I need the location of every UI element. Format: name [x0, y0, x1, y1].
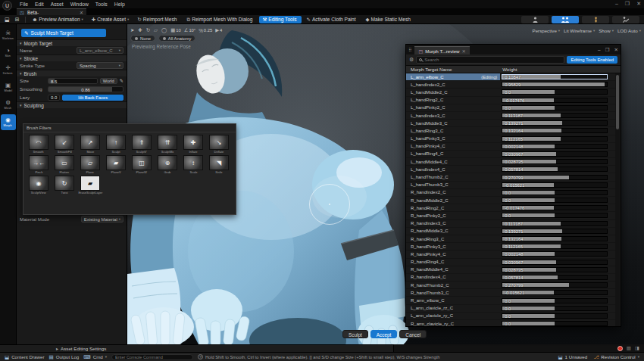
table-row[interactable]: L_handThumb2_C(Editing) 0.270799	[406, 173, 615, 181]
brush-tool[interactable]: ▰ PlaneV	[104, 155, 128, 174]
section-morph-target[interactable]: ▾Morph Target	[17, 39, 127, 46]
weight-slider[interactable]: 0.139271	[502, 120, 608, 126]
weight-slider[interactable]: -0.015621	[502, 290, 608, 295]
table-row[interactable]: L_handPinky3_C(Editing) 0.112165	[406, 135, 615, 143]
mode-rail-item[interactable]: ✛ Deform	[1, 62, 16, 78]
table-row[interactable]: R_handPinky2_C(Editing) 0.0	[406, 212, 615, 219]
brush-tool[interactable]: ✚ Inflate	[181, 135, 205, 154]
morph-preview-tab[interactable]: ◳ Morph T...review ✕	[414, 46, 469, 54]
toolbar-button[interactable]: ⧉ Reimport Mesh With Dialog	[184, 16, 258, 23]
table-row[interactable]: R_handThumb2_C(Editing) 0.270799	[406, 282, 615, 289]
table-row[interactable]: R_handRing3_C(Editing) 0.132164	[406, 235, 615, 243]
menu-item[interactable]: Window	[70, 2, 89, 7]
weight-slider[interactable]: 0.95829	[502, 82, 608, 87]
brush-tool[interactable]: ▰ EraseSculptLayer	[78, 176, 102, 195]
lazy-value[interactable]: 0.0	[48, 95, 60, 101]
window-control-button[interactable]: ✕	[614, 47, 618, 53]
section-sculpting[interactable]: ▾Sculpting	[17, 101, 127, 108]
viewport-tool-button[interactable]: ▱	[154, 27, 158, 33]
weight-slider[interactable]: 0.112165	[502, 244, 608, 249]
table-row[interactable]: L_handThumb3_C(Editing) -0.015621	[406, 182, 615, 189]
anatomy-filter-pill[interactable]: All Anatomy	[158, 35, 196, 42]
weight-slider[interactable]: 0.057814	[502, 166, 608, 172]
mode-rail-item[interactable]: ▣ Model	[1, 79, 16, 95]
brush-tool[interactable]: ◫ PlaneW	[130, 155, 154, 174]
viewport-tool-button[interactable]: ▦10	[170, 27, 181, 33]
toolbar-button[interactable]: ◆ Make Static Mesh	[363, 16, 415, 23]
weight-slider[interactable]: 0.030967	[502, 260, 608, 265]
table-row[interactable]: L_handRing3_C(Editing) 0.132164	[406, 127, 615, 135]
table-row[interactable]: L_handRing4_C(Editing) 0.030967	[406, 151, 615, 158]
preview-animation-button[interactable]	[612, 16, 639, 23]
weight-slider[interactable]: 0.028735	[502, 267, 608, 272]
weight-slider[interactable]: 0.10847	[502, 74, 608, 79]
weight-slider[interactable]: 0.0	[502, 313, 608, 319]
unsaved-indicator[interactable]: ⬓1 Unsaved	[558, 354, 587, 360]
brush-tool[interactable]: ↙ SmoothFill	[52, 135, 77, 154]
table-row[interactable]: R_handIndex4_C(Editing) 0.057814	[406, 274, 615, 282]
brush-tool[interactable]: ◥ Knife	[207, 155, 231, 174]
brush-tool[interactable]: ↑ Sculpt	[104, 135, 128, 154]
viewport-settings-menu[interactable]: Show▾	[599, 28, 614, 33]
weight-slider[interactable]: 0.030967	[502, 151, 608, 157]
section-stroke[interactable]: ▾Stroke	[17, 54, 127, 61]
cancel-button[interactable]: Cancel	[399, 330, 427, 338]
weight-slider[interactable]: 0.0	[502, 89, 608, 95]
search-input[interactable]	[424, 58, 561, 62]
dock-icon[interactable]: ⠿	[408, 47, 411, 52]
weight-slider[interactable]: 0.002148	[502, 251, 608, 257]
scrollbar[interactable]	[615, 73, 620, 326]
anatomy-filter-pill[interactable]: None	[130, 35, 155, 42]
preview-characters-button[interactable]	[552, 16, 579, 23]
menu-item[interactable]: Asset	[51, 2, 64, 7]
cmd-dropdown[interactable]: ⌨Cmd▾	[83, 354, 107, 360]
table-row[interactable]: R_arm_elbow_C(Editing) 0.0	[406, 297, 615, 304]
table-row[interactable]: L_handIndex2_C(Editing) 0.95829	[406, 81, 615, 89]
table-row[interactable]: L_handIndex4_C(Editing) 0.057814	[406, 166, 615, 173]
viewport-settings-menu[interactable]: LOD Auto▾	[617, 28, 641, 33]
viewport-tool-button[interactable]: %0.25	[199, 28, 212, 33]
weight-slider[interactable]: 0.002148	[502, 144, 608, 149]
weight-slider[interactable]: 0.139271	[502, 229, 608, 234]
close-tab-icon[interactable]: ✕	[80, 10, 83, 15]
toolbar-button[interactable]: ⚒ Editing Tools	[259, 16, 301, 23]
window-control-button[interactable]: ✕	[636, 1, 641, 7]
weight-slider[interactable]: 0.0	[502, 198, 608, 203]
weight-slider[interactable]: 0.0	[502, 213, 608, 218]
table-row[interactable]: R_handPinky4_C(Editing) 0.002148	[406, 251, 615, 258]
viewport-tool-button[interactable]: ➤	[130, 27, 135, 33]
accept-button[interactable]: Accept	[370, 330, 398, 338]
viewport-tool-button[interactable]: ◯	[161, 27, 167, 33]
table-row[interactable]: R_handRing2_C(Editing) -0.017476	[406, 204, 615, 212]
revision-control-button[interactable]: ⎇Revision Control▾	[593, 354, 639, 359]
table-row[interactable]: L_handIndex3_C(Editing) 0.113187	[406, 112, 615, 120]
table-row[interactable]: R_handIndex2_C(Editing) 0.0	[406, 189, 615, 197]
weight-slider[interactable]: 0.057814	[502, 275, 608, 280]
table-row[interactable]: L_handRing2_C(Editing) -0.017476	[406, 97, 615, 104]
browse-icon[interactable]: ⊞	[15, 17, 20, 23]
table-row[interactable]: L_handMiddle3_C(Editing) 0.139271	[406, 120, 615, 127]
weight-slider[interactable]: 0.270799	[502, 175, 608, 180]
table-header[interactable]: Morph Target Name Weight	[406, 65, 621, 73]
table-row[interactable]: L_handPinky4_C(Editing) 0.002148	[406, 143, 615, 151]
console-command-input[interactable]	[111, 354, 193, 360]
mode-rail-item[interactable]: ⚙ Mesh	[1, 97, 16, 113]
weight-slider[interactable]: 0.113187	[502, 221, 608, 226]
weight-slider[interactable]: 0.270799	[502, 282, 608, 288]
table-row[interactable]: R_handMiddle2_C(Editing) 0.0	[406, 197, 615, 204]
notification-icon[interactable]: ▥	[627, 345, 631, 351]
table-row[interactable]: L_handMiddle2_C(Editing) 0.0	[406, 89, 615, 96]
alert-dot-icon[interactable]	[617, 346, 623, 351]
output-log-button[interactable]: ▤Output Log	[49, 354, 80, 360]
table-row[interactable]: L_arm_clavicle_rz_C(Editing) 0.0	[406, 305, 615, 313]
weight-slider[interactable]: -0.017476	[502, 98, 608, 103]
table-row[interactable]: R_arm_clavicle_ry_C(Editing) 0.0	[406, 320, 615, 326]
sculpt-button[interactable]: Sculpt	[342, 330, 368, 338]
weight-slider[interactable]: 0.0	[502, 321, 608, 326]
hit-back-faces-button[interactable]: Hit Back Faces	[62, 95, 123, 101]
asset-tab[interactable]: ◳ Beta- ✕	[17, 8, 86, 15]
weight-slider[interactable]: 0.028735	[502, 159, 608, 164]
preview-mannequin-button[interactable]	[582, 16, 609, 23]
notification-icon[interactable]: ◨	[635, 345, 639, 351]
unreal-logo-icon[interactable]: U	[2, 1, 12, 11]
